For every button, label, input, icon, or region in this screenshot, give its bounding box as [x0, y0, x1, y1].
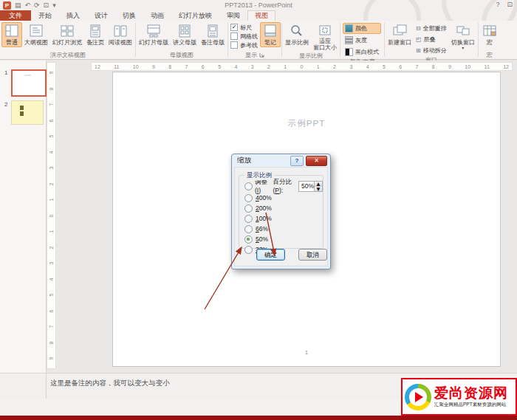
black-white-button[interactable]: 黑白模式: [343, 47, 381, 58]
notes-text[interactable]: 这里是备注的内容，我可以变大与变小: [50, 379, 170, 388]
zoom-option-66[interactable]: 66%: [244, 224, 323, 233]
reading-view-button[interactable]: 阅读视图: [106, 22, 134, 47]
zoom-option-400-label: 400%: [256, 194, 272, 202]
slide-title-text[interactable]: 示例PPT: [113, 118, 500, 129]
color-button[interactable]: 颜色: [343, 23, 381, 34]
move-split-label: 移动拆分: [423, 47, 447, 55]
zoom-option-200-radio[interactable]: [244, 204, 253, 213]
help-icon[interactable]: ?: [496, 1, 499, 8]
grayscale-button[interactable]: 灰度: [343, 35, 381, 46]
ok-button[interactable]: 确定: [256, 249, 285, 261]
switch-windows-button[interactable]: 切换窗口 ▾: [449, 22, 477, 51]
ruler-number: 9: [152, 64, 155, 69]
macros-button[interactable]: 宏: [479, 22, 500, 47]
outline-view-icon: [28, 24, 44, 38]
guides-checkbox[interactable]: 参考线: [230, 41, 258, 49]
tab-view[interactable]: 视图: [247, 10, 275, 21]
gridlines-checkbox[interactable]: 网格线: [230, 32, 258, 40]
cancel-button[interactable]: 取消: [298, 249, 327, 261]
zoom-button[interactable]: 显示比例: [283, 22, 311, 47]
window-header: P ▤ ↶ ⟳ ⊡ ▾ PPT2013 - PowerPoint ? ⊡ 文件 …: [0, 0, 517, 21]
ribbon-display-options-icon[interactable]: ⊡: [507, 1, 513, 8]
ribbon: 普通 大纲视图 幻灯片浏览: [0, 21, 517, 60]
dialog-buttons: 确定 取消: [235, 249, 327, 261]
percent-value[interactable]: 50%: [299, 182, 314, 191]
tab-insert[interactable]: 插入: [59, 10, 87, 21]
tab-design[interactable]: 设计: [87, 10, 115, 21]
tab-transitions[interactable]: 切换: [115, 10, 143, 21]
zoom-option-66-radio[interactable]: [244, 225, 253, 233]
dialog-help-button[interactable]: ?: [290, 156, 304, 166]
group-label-macros: 宏: [479, 50, 500, 59]
fit-to-window-button[interactable]: 适应窗口大小: [311, 22, 339, 52]
zoom-option-400-radio[interactable]: [244, 194, 253, 202]
zoom-option-50-radio[interactable]: [244, 235, 253, 244]
ruler-number: 9: [49, 354, 54, 362]
notes-page-button[interactable]: 备注页: [84, 22, 106, 47]
zoom-dialog-title: 缩放: [237, 156, 290, 165]
normal-view-button[interactable]: 普通: [1, 22, 22, 47]
button-label: 普通: [6, 38, 18, 47]
tab-slideshow[interactable]: 幻灯片放映: [171, 10, 219, 21]
dialog-close-button[interactable]: ✕: [306, 156, 327, 166]
grayscale-label: 灰度: [355, 36, 367, 44]
percent-spinner[interactable]: 50% ▲ ▼: [298, 181, 323, 192]
notes-icon: [262, 24, 278, 38]
slide-thumbnail-panel: 1 2: [0, 61, 47, 373]
ruler-number: 8: [168, 64, 171, 69]
zoom-option-100-radio[interactable]: [244, 215, 253, 223]
slide-2-number: 2: [4, 101, 7, 108]
tab-file[interactable]: 文件: [0, 10, 31, 21]
fit-option-radio[interactable]: [244, 182, 253, 190]
ruler-number: 9: [448, 64, 451, 69]
zoom-option-50[interactable]: 50%: [244, 235, 323, 244]
ribbon-group-macros: 宏 宏: [479, 21, 501, 59]
button-label: 讲义母版: [173, 38, 196, 47]
ruler-number: 1: [49, 196, 54, 204]
fit-option-label: 调整(I): [255, 178, 269, 194]
tab-review[interactable]: 审阅: [219, 10, 247, 21]
ruler-number: 4: [49, 275, 54, 283]
zoom-dialog-titlebar[interactable]: 缩放 ? ✕: [232, 154, 330, 167]
handout-master-button[interactable]: 讲义母版: [171, 22, 199, 47]
ruler-number: 12: [95, 64, 100, 69]
ruler-number: 6: [49, 307, 54, 315]
ruler-number: 0: [49, 212, 54, 220]
notes-master-button[interactable]: 备注母版: [199, 22, 227, 47]
cascade-button[interactable]: ◰层叠: [414, 34, 449, 45]
zoom-option-400[interactable]: 400%: [244, 193, 323, 202]
spinner-buttons: ▲ ▼: [314, 182, 322, 191]
slide-master-button[interactable]: 幻灯片母版: [137, 22, 171, 47]
slide-sorter-button[interactable]: 幻灯片浏览: [50, 22, 84, 47]
guides-checkbox-box[interactable]: [230, 41, 238, 49]
arrange-all-button[interactable]: ⊟全部重排: [414, 23, 449, 34]
watermark-subtitle: 汇聚全网精品PPT素材资源的网站: [434, 402, 508, 408]
tab-home[interactable]: 开始: [31, 10, 59, 21]
slide-1-thumbnail[interactable]: [11, 69, 47, 97]
title-bar: P ▤ ↶ ⟳ ⊡ ▾ PPT2013 - PowerPoint ? ⊡: [0, 0, 517, 10]
black-white-label: 黑白模式: [355, 48, 379, 56]
vertical-ruler: 9876543210123456789: [47, 62, 56, 369]
zoom-option-200[interactable]: 200%: [244, 204, 323, 213]
spinner-down-icon[interactable]: ▼: [315, 186, 322, 191]
slide-sorter-icon: [59, 24, 75, 38]
zoom-option-100[interactable]: 100%: [244, 214, 323, 223]
notes-button[interactable]: 笔记: [260, 22, 281, 47]
ruler-number: 8: [49, 85, 54, 93]
group-label-text: 显示: [245, 51, 257, 59]
window-title: PPT2013 - PowerPoint: [0, 1, 517, 9]
slide-2-thumbnail[interactable]: [11, 100, 44, 125]
ruler-checkbox[interactable]: ✓标尺: [230, 24, 258, 31]
arrange-all-icon: ⊟: [416, 25, 421, 32]
handout-master-icon: [177, 24, 193, 38]
new-window-button[interactable]: 新建窗口: [386, 22, 414, 47]
button-label: 阅读视图: [109, 38, 132, 47]
dialog-launcher-icon[interactable]: [259, 52, 264, 58]
move-split-button[interactable]: ⊞移动拆分: [414, 45, 449, 56]
outline-view-button[interactable]: 大纲视图: [22, 22, 50, 47]
ruler-number: 6: [202, 64, 205, 69]
ruler-checkbox-box[interactable]: ✓: [230, 24, 238, 31]
gridlines-checkbox-box[interactable]: [230, 32, 238, 40]
ruler-number: 9: [49, 69, 54, 77]
tab-animations[interactable]: 动画: [143, 10, 171, 21]
